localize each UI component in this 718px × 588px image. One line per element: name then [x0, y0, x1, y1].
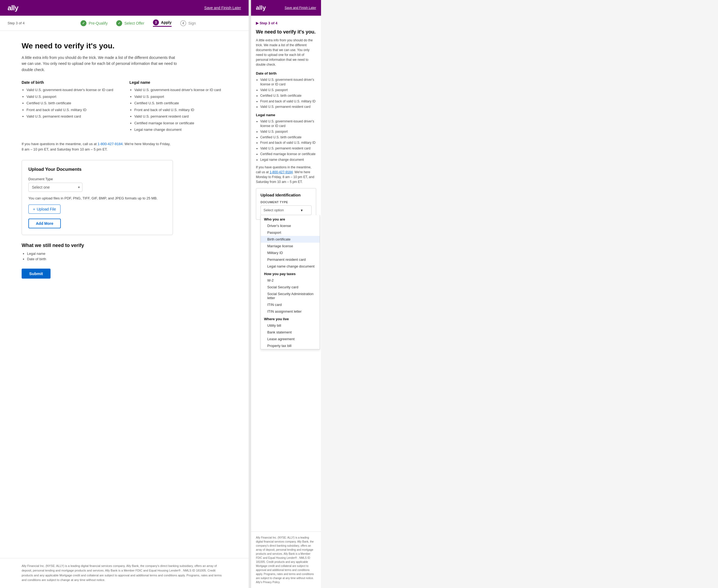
- page-title: We need to verify it's you.: [22, 42, 227, 50]
- steps-nav: ✓ Pre-Qualify ✓ Select Offer 3 Apply 4 S…: [36, 19, 241, 27]
- dropdown-group-who: Who you are: [261, 215, 320, 223]
- dropdown-item[interactable]: Marriage license: [261, 243, 320, 249]
- left-header: ally Save and Finish Later: [0, 0, 249, 16]
- dropdown-item[interactable]: Permanent resident card: [261, 256, 320, 263]
- list-item: Legal name change document: [134, 127, 221, 132]
- dropdown-item[interactable]: Property tax bill: [261, 342, 320, 349]
- step-number-4: 4: [180, 20, 186, 26]
- dropdown-item[interactable]: W-2: [261, 277, 320, 284]
- step-label-apply: Apply: [161, 20, 172, 25]
- right-footer: Ally Financial Inc. (NYSE: ALLY) is a le…: [251, 531, 321, 588]
- list-item: Certified marriage license or certificat…: [260, 152, 316, 156]
- still-need-list: Legal name Date of birth: [22, 252, 227, 261]
- list-item: Legal name: [27, 252, 227, 256]
- upload-id-box: Upload Identification DOCUMENT TYPE Sele…: [256, 188, 316, 220]
- dropdown-item[interactable]: Legal name change document: [261, 263, 320, 270]
- right-dob-title: Date of birth: [256, 71, 316, 76]
- dropdown-selected-value: Select option: [263, 208, 284, 212]
- doc-list-legal: Legal name Valid U.S. government-issued …: [129, 80, 221, 134]
- doc-list-dob-items: Valid U.S. government-issued driver's li…: [22, 87, 113, 119]
- save-finish-later-right[interactable]: Save and Finish Later: [284, 6, 316, 10]
- step-sign[interactable]: 4 Sign: [180, 20, 196, 26]
- add-more-button[interactable]: Add More: [28, 218, 61, 228]
- dropdown-item[interactable]: ITIN assignment letter: [261, 308, 320, 315]
- list-item: Date of birth: [27, 257, 227, 261]
- document-type-dropdown[interactable]: Select option ▾: [260, 205, 312, 215]
- step-check-icon-1: ✓: [81, 20, 86, 26]
- list-item: Valid U.S. passport: [26, 94, 113, 100]
- list-item: Valid U.S. government-issued driver's li…: [260, 119, 316, 128]
- step-label-pre-qualify: Pre-Qualify: [89, 21, 108, 25]
- step-pre-qualify[interactable]: ✓ Pre-Qualify: [81, 20, 108, 26]
- document-type-select-wrapper: Select one Driver's license Passport Bir…: [28, 183, 82, 192]
- dropdown-item[interactable]: Driver's license: [261, 223, 320, 229]
- dropdown-item[interactable]: Bank statement: [261, 329, 320, 336]
- dropdown-item[interactable]: ITIN card: [261, 301, 320, 308]
- right-content: Step 3 of 4 We need to verify it's you. …: [251, 16, 321, 531]
- list-item: Valid U.S. permanent resident card: [134, 114, 221, 119]
- list-item: Valid U.S. passport: [260, 129, 316, 134]
- step-apply[interactable]: 3 Apply: [153, 19, 172, 27]
- dropdown-item[interactable]: Lease agreement: [261, 336, 320, 342]
- dropdown-item-selected[interactable]: Birth certificate: [261, 236, 320, 243]
- chevron-down-icon: ▾: [301, 208, 303, 212]
- right-dropdown-wrapper: Select option ▾ Who you are Driver's lic…: [260, 205, 312, 215]
- list-item: Certified U.S. birth certificate: [26, 101, 113, 106]
- list-item: Valid U.S. permanent resident card: [260, 105, 316, 109]
- dropdown-menu: Who you are Driver's license Passport Bi…: [260, 215, 320, 350]
- list-item: Front and back of valid U.S. military ID: [134, 107, 221, 113]
- list-item: Valid U.S. passport: [260, 88, 316, 92]
- save-finish-later-left[interactable]: Save and Finish Later: [204, 6, 241, 10]
- dropdown-item[interactable]: Social Security Administration letter: [261, 291, 320, 301]
- step-number-3: 3: [153, 19, 159, 25]
- right-footer-text: Ally Financial Inc. (NYSE: ALLY) is a le…: [256, 536, 316, 584]
- dropdown-group-taxes: How you pay taxes: [261, 270, 320, 277]
- right-phone-link[interactable]: 1-800-427-9184: [270, 170, 293, 174]
- upload-file-button[interactable]: + Upload File: [28, 205, 61, 214]
- submit-button[interactable]: Submit: [22, 269, 50, 279]
- list-item: Valid U.S. passport: [134, 94, 221, 100]
- list-item: Front and back of valid U.S. military ID: [260, 99, 316, 104]
- still-need-section: What we still need to verify Legal name …: [22, 243, 227, 261]
- doc-lists: Date of birth Valid U.S. government-issu…: [22, 80, 227, 134]
- list-item: Valid U.S. government-issued driver's li…: [26, 87, 113, 93]
- upload-file-label: Upload File: [37, 207, 56, 211]
- progress-bar: Step 3 of 4 ✓ Pre-Qualify ✓ Select Offer…: [0, 16, 249, 31]
- page-description: A little extra info from you should do t…: [22, 55, 178, 73]
- right-step-label: Step 3 of 4: [256, 21, 316, 25]
- upload-box-title: Upload Your Documents: [28, 167, 166, 172]
- doc-list-legal-title: Legal name: [129, 80, 221, 85]
- plus-icon: +: [33, 207, 35, 211]
- right-dob-list: Valid U.S. government-issued driver's li…: [256, 78, 316, 109]
- dropdown-item[interactable]: Passport: [261, 229, 320, 236]
- list-item: Certified U.S. birth certificate: [260, 135, 316, 140]
- panel-divider: [249, 0, 251, 588]
- list-item: Valid U.S. permanent resident card: [26, 114, 113, 119]
- main-content: We need to verify it's you. A little ext…: [0, 31, 249, 558]
- document-type-select[interactable]: Select one Driver's license Passport Bir…: [28, 183, 82, 192]
- right-panel: ally Save and Finish Later Step 3 of 4 W…: [251, 0, 321, 588]
- step-info: Step 3 of 4: [7, 21, 25, 25]
- phone-info: If you have questions in the meantime, c…: [22, 141, 173, 153]
- step-label-select-offer: Select Offer: [124, 21, 144, 25]
- dropdown-item[interactable]: Social Security card: [261, 284, 320, 291]
- list-item: Front and back of valid U.S. military ID: [26, 107, 113, 113]
- ally-logo-left: ally: [7, 4, 18, 12]
- dropdown-item[interactable]: Utility bill: [261, 322, 320, 329]
- step-label-sign: Sign: [188, 21, 196, 25]
- list-item: Certified marriage license or certificat…: [134, 121, 221, 126]
- upload-formats-text: You can upload files in PDF, PNG, TIFF, …: [28, 196, 166, 200]
- dropdown-item[interactable]: Military ID: [261, 249, 320, 256]
- list-item: Legal name change document: [260, 158, 316, 162]
- list-item: Valid U.S. permanent resident card: [260, 146, 316, 151]
- ally-logo-right: ally: [256, 4, 266, 12]
- doc-list-legal-items: Valid U.S. government-issued driver's li…: [129, 87, 221, 132]
- doc-list-dob: Date of birth Valid U.S. government-issu…: [22, 80, 113, 134]
- step-select-offer[interactable]: ✓ Select Offer: [116, 20, 144, 26]
- left-footer: Ally Financial Inc. (NYSE: ALLY) is a le…: [0, 558, 249, 588]
- list-item: Valid U.S. government-issued driver's li…: [134, 87, 221, 93]
- doc-type-label: Document Type: [28, 177, 166, 181]
- step-check-icon-2: ✓: [116, 20, 122, 26]
- phone-link[interactable]: 1-800-427-9184: [98, 142, 123, 146]
- right-description: A little extra info from you should do t…: [256, 38, 316, 67]
